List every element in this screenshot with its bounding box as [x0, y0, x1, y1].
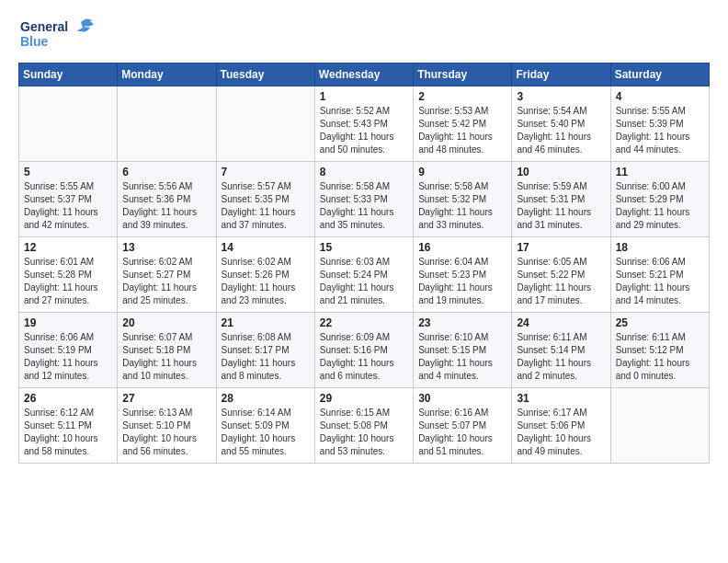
- calendar-cell: 13Sunrise: 6:02 AM Sunset: 5:27 PM Dayli…: [118, 237, 216, 313]
- calendar-cell: [19, 86, 118, 162]
- svg-text:Blue: Blue: [20, 34, 49, 49]
- day-number: 12: [24, 241, 112, 254]
- calendar-cell: 9Sunrise: 5:58 AM Sunset: 5:32 PM Daylig…: [414, 162, 512, 237]
- day-info: Sunrise: 5:55 AM Sunset: 5:37 PM Dayligh…: [24, 180, 112, 232]
- day-number: 21: [222, 316, 310, 329]
- day-info: Sunrise: 5:58 AM Sunset: 5:33 PM Dayligh…: [320, 180, 408, 232]
- calendar-cell: [216, 86, 314, 162]
- day-info: Sunrise: 6:12 AM Sunset: 5:11 PM Dayligh…: [24, 407, 112, 458]
- week-row-5: 26Sunrise: 6:12 AM Sunset: 5:11 PM Dayli…: [19, 388, 710, 464]
- day-info: Sunrise: 6:14 AM Sunset: 5:09 PM Dayligh…: [222, 407, 310, 458]
- calendar-cell: 31Sunrise: 6:17 AM Sunset: 5:06 PM Dayli…: [512, 388, 610, 464]
- day-info: Sunrise: 6:11 AM Sunset: 5:12 PM Dayligh…: [616, 331, 704, 383]
- day-number: 23: [418, 316, 506, 329]
- calendar-cell: 4Sunrise: 5:55 AM Sunset: 5:39 PM Daylig…: [610, 86, 709, 162]
- calendar-cell: 19Sunrise: 6:06 AM Sunset: 5:19 PM Dayli…: [19, 313, 118, 388]
- day-number: 18: [616, 241, 704, 254]
- calendar-cell: 3Sunrise: 5:54 AM Sunset: 5:40 PM Daylig…: [512, 86, 610, 162]
- calendar-cell: 18Sunrise: 6:06 AM Sunset: 5:21 PM Dayli…: [610, 237, 709, 313]
- column-header-wednesday: Wednesday: [314, 63, 413, 86]
- day-number: 29: [320, 392, 408, 405]
- day-info: Sunrise: 5:55 AM Sunset: 5:39 PM Dayligh…: [616, 105, 704, 156]
- week-row-2: 5Sunrise: 5:55 AM Sunset: 5:37 PM Daylig…: [19, 162, 710, 237]
- calendar-cell: 26Sunrise: 6:12 AM Sunset: 5:11 PM Dayli…: [19, 388, 118, 464]
- column-header-thursday: Thursday: [414, 63, 512, 86]
- day-info: Sunrise: 6:04 AM Sunset: 5:23 PM Dayligh…: [418, 256, 506, 307]
- day-number: 1: [320, 90, 408, 103]
- column-header-saturday: Saturday: [610, 63, 709, 86]
- day-number: 5: [24, 166, 112, 178]
- calendar-table: SundayMondayTuesdayWednesdayThursdayFrid…: [18, 63, 710, 464]
- day-info: Sunrise: 5:53 AM Sunset: 5:42 PM Dayligh…: [418, 105, 506, 156]
- calendar-cell: 6Sunrise: 5:56 AM Sunset: 5:36 PM Daylig…: [118, 162, 216, 237]
- day-info: Sunrise: 5:58 AM Sunset: 5:32 PM Dayligh…: [418, 180, 506, 232]
- day-number: 13: [122, 241, 210, 254]
- calendar-cell: 8Sunrise: 5:58 AM Sunset: 5:33 PM Daylig…: [314, 162, 413, 237]
- day-number: 2: [418, 90, 506, 103]
- day-info: Sunrise: 6:03 AM Sunset: 5:24 PM Dayligh…: [320, 256, 408, 307]
- week-row-3: 12Sunrise: 6:01 AM Sunset: 5:28 PM Dayli…: [19, 237, 710, 313]
- calendar-cell: 25Sunrise: 6:11 AM Sunset: 5:12 PM Dayli…: [610, 313, 709, 388]
- calendar-cell: [610, 388, 709, 464]
- day-number: 9: [418, 166, 506, 178]
- day-number: 27: [122, 392, 210, 405]
- day-info: Sunrise: 6:13 AM Sunset: 5:10 PM Dayligh…: [122, 407, 210, 458]
- day-info: Sunrise: 6:16 AM Sunset: 5:07 PM Dayligh…: [418, 407, 506, 458]
- day-number: 31: [517, 392, 605, 405]
- day-number: 15: [320, 241, 408, 254]
- column-header-sunday: Sunday: [19, 63, 118, 86]
- calendar-cell: 29Sunrise: 6:15 AM Sunset: 5:08 PM Dayli…: [314, 388, 413, 464]
- calendar-cell: 11Sunrise: 6:00 AM Sunset: 5:29 PM Dayli…: [610, 162, 709, 237]
- calendar-cell: 1Sunrise: 5:52 AM Sunset: 5:43 PM Daylig…: [314, 86, 413, 162]
- day-number: 6: [122, 166, 210, 178]
- day-info: Sunrise: 5:59 AM Sunset: 5:31 PM Dayligh…: [517, 180, 605, 232]
- calendar-cell: 28Sunrise: 6:14 AM Sunset: 5:09 PM Dayli…: [216, 388, 314, 464]
- calendar-cell: 10Sunrise: 5:59 AM Sunset: 5:31 PM Dayli…: [512, 162, 610, 237]
- day-info: Sunrise: 6:02 AM Sunset: 5:27 PM Dayligh…: [122, 256, 210, 307]
- day-number: 10: [517, 166, 605, 178]
- calendar-cell: 15Sunrise: 6:03 AM Sunset: 5:24 PM Dayli…: [314, 237, 413, 313]
- day-number: 25: [616, 316, 704, 329]
- logo: General Blue: [18, 15, 101, 55]
- svg-text:General: General: [20, 19, 68, 34]
- calendar-cell: 14Sunrise: 6:02 AM Sunset: 5:26 PM Dayli…: [216, 237, 314, 313]
- day-info: Sunrise: 6:17 AM Sunset: 5:06 PM Dayligh…: [517, 407, 605, 458]
- day-info: Sunrise: 6:07 AM Sunset: 5:18 PM Dayligh…: [122, 331, 210, 383]
- day-number: 8: [320, 166, 408, 178]
- day-number: 14: [222, 241, 310, 254]
- day-info: Sunrise: 6:02 AM Sunset: 5:26 PM Dayligh…: [222, 256, 310, 307]
- calendar-cell: [118, 86, 216, 162]
- calendar-cell: 23Sunrise: 6:10 AM Sunset: 5:15 PM Dayli…: [414, 313, 512, 388]
- calendar-cell: 20Sunrise: 6:07 AM Sunset: 5:18 PM Dayli…: [118, 313, 216, 388]
- day-info: Sunrise: 5:52 AM Sunset: 5:43 PM Dayligh…: [320, 105, 408, 156]
- day-number: 7: [222, 166, 310, 178]
- day-number: 11: [616, 166, 704, 178]
- calendar-cell: 2Sunrise: 5:53 AM Sunset: 5:42 PM Daylig…: [414, 86, 512, 162]
- calendar-cell: 17Sunrise: 6:05 AM Sunset: 5:22 PM Dayli…: [512, 237, 610, 313]
- day-number: 22: [320, 316, 408, 329]
- day-info: Sunrise: 6:01 AM Sunset: 5:28 PM Dayligh…: [24, 256, 112, 307]
- calendar-cell: 12Sunrise: 6:01 AM Sunset: 5:28 PM Dayli…: [19, 237, 118, 313]
- column-header-tuesday: Tuesday: [216, 63, 314, 86]
- day-number: 24: [517, 316, 605, 329]
- day-number: 3: [517, 90, 605, 103]
- calendar-cell: 5Sunrise: 5:55 AM Sunset: 5:37 PM Daylig…: [19, 162, 118, 237]
- calendar-cell: 21Sunrise: 6:08 AM Sunset: 5:17 PM Dayli…: [216, 313, 314, 388]
- day-number: 26: [24, 392, 112, 405]
- calendar-cell: 7Sunrise: 5:57 AM Sunset: 5:35 PM Daylig…: [216, 162, 314, 237]
- day-info: Sunrise: 5:54 AM Sunset: 5:40 PM Dayligh…: [517, 105, 605, 156]
- calendar-cell: 24Sunrise: 6:11 AM Sunset: 5:14 PM Dayli…: [512, 313, 610, 388]
- day-info: Sunrise: 6:11 AM Sunset: 5:14 PM Dayligh…: [517, 331, 605, 383]
- day-info: Sunrise: 6:05 AM Sunset: 5:22 PM Dayligh…: [517, 256, 605, 307]
- day-number: 28: [222, 392, 310, 405]
- day-info: Sunrise: 6:15 AM Sunset: 5:08 PM Dayligh…: [320, 407, 408, 458]
- day-number: 30: [418, 392, 506, 405]
- calendar-cell: 27Sunrise: 6:13 AM Sunset: 5:10 PM Dayli…: [118, 388, 216, 464]
- calendar-cell: 30Sunrise: 6:16 AM Sunset: 5:07 PM Dayli…: [414, 388, 512, 464]
- day-info: Sunrise: 6:06 AM Sunset: 5:21 PM Dayligh…: [616, 256, 704, 307]
- day-info: Sunrise: 6:10 AM Sunset: 5:15 PM Dayligh…: [418, 331, 506, 383]
- day-info: Sunrise: 6:06 AM Sunset: 5:19 PM Dayligh…: [24, 331, 112, 383]
- week-row-1: 1Sunrise: 5:52 AM Sunset: 5:43 PM Daylig…: [19, 86, 710, 162]
- day-number: 16: [418, 241, 506, 254]
- column-header-friday: Friday: [512, 63, 610, 86]
